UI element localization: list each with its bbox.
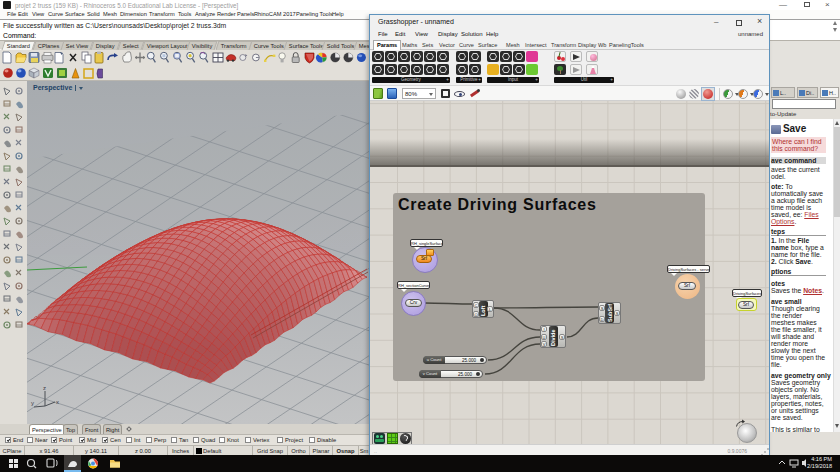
svg-text:x: x bbox=[56, 399, 59, 405]
svg-text:z: z bbox=[43, 385, 46, 391]
svg-text:y: y bbox=[31, 400, 34, 406]
